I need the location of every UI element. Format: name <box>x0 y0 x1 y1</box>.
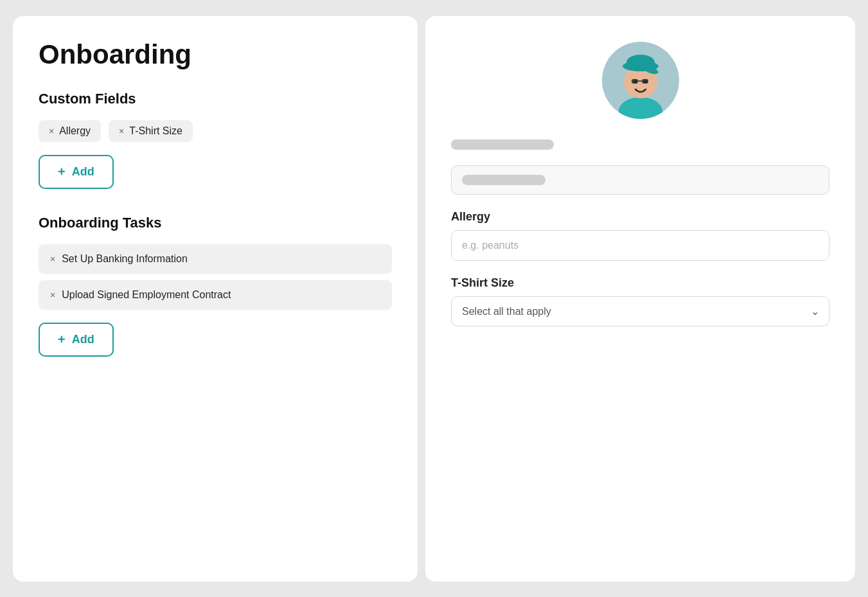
task-contract-label: Upload Signed Employment Contract <box>62 289 231 301</box>
skeleton-input-box <box>451 165 829 195</box>
tag-tshirt-remove[interactable]: × <box>119 127 124 136</box>
main-container: Onboarding Custom Fields × Allergy × T-S… <box>13 16 855 582</box>
left-panel: Onboarding Custom Fields × Allergy × T-S… <box>13 16 418 582</box>
avatar-container <box>602 42 679 119</box>
svg-rect-8 <box>632 79 638 84</box>
add-task-button[interactable]: + Add <box>39 323 114 357</box>
skeleton-bar-short <box>462 175 545 185</box>
custom-fields-title: Custom Fields <box>39 91 392 107</box>
add-custom-field-plus: + <box>58 165 66 178</box>
tag-allergy-label: Allergy <box>59 125 91 137</box>
page-title: Onboarding <box>39 39 392 70</box>
task-item-contract: × Upload Signed Employment Contract <box>39 280 392 310</box>
add-custom-field-button[interactable]: + Add <box>39 155 114 189</box>
tag-tshirt-label: T-Shirt Size <box>129 125 182 137</box>
task-banking-remove[interactable]: × <box>50 254 55 264</box>
task-banking-label: Set Up Banking Information <box>62 253 188 265</box>
add-task-plus: + <box>58 333 66 346</box>
onboarding-tasks-section: Onboarding Tasks × Set Up Banking Inform… <box>39 215 392 357</box>
svg-rect-9 <box>642 79 648 84</box>
add-task-label: Add <box>72 333 94 346</box>
task-contract-remove[interactable]: × <box>50 290 55 300</box>
onboarding-tasks-title: Onboarding Tasks <box>39 215 392 231</box>
allergy-label: Allergy <box>451 210 829 224</box>
task-items-list: × Set Up Banking Information × Upload Si… <box>39 244 392 310</box>
skeleton-row <box>451 139 829 160</box>
tshirt-field-section: T-Shirt Size Select all that apply XS S … <box>451 276 829 326</box>
tag-tshirt-size: × T-Shirt Size <box>109 120 193 142</box>
tshirt-select-wrapper: Select all that apply XS S M L XL XXL ⌄ <box>451 296 829 326</box>
tshirt-select[interactable]: Select all that apply XS S M L XL XXL <box>451 296 829 326</box>
skeleton-bar-wide <box>451 139 554 150</box>
custom-fields-section: Custom Fields × Allergy × T-Shirt Size +… <box>39 91 392 189</box>
tag-allergy-remove[interactable]: × <box>49 127 54 136</box>
allergy-field-section: Allergy <box>451 210 829 261</box>
right-panel: Allergy T-Shirt Size Select all that app… <box>425 16 855 582</box>
allergy-input[interactable] <box>451 230 829 261</box>
task-item-banking: × Set Up Banking Information <box>39 244 392 274</box>
add-custom-field-label: Add <box>72 165 94 179</box>
custom-fields-tags: × Allergy × T-Shirt Size <box>39 120 392 142</box>
tshirt-label: T-Shirt Size <box>451 276 829 290</box>
tag-allergy: × Allergy <box>39 120 101 142</box>
avatar-svg <box>602 42 679 119</box>
